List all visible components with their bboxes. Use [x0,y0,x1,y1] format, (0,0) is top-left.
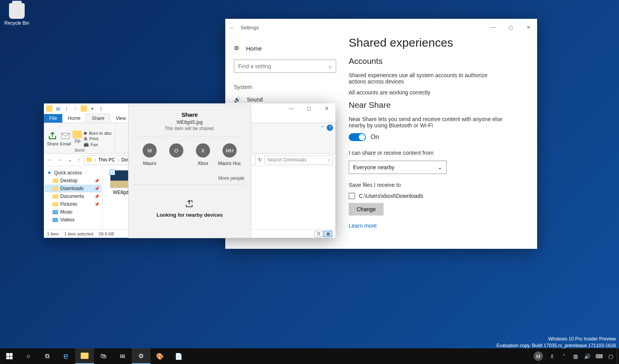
view-details-button[interactable]: ☰ [314,231,323,237]
nav-recent[interactable]: ⌄ [67,157,74,163]
close-button[interactable]: ✕ [519,22,537,33]
settings-search[interactable]: ⌕ [234,60,336,73]
email-label: Email [60,141,71,146]
learn-more-link[interactable]: Learn more [349,223,533,229]
maximize-button[interactable]: ▢ [502,22,519,33]
nav-forward[interactable]: → [56,157,64,163]
tree-music[interactable]: Music [45,208,101,216]
start-button[interactable] [0,348,19,364]
qat-icon[interactable]: ▤ [55,105,61,112]
show-desktop[interactable] [617,348,619,364]
nav-back[interactable]: ← [46,157,54,163]
recycle-bin[interactable]: Recycle Bin [3,3,31,26]
ribbon-collapse-icon[interactable]: ⌃ [320,125,324,130]
contact-item[interactable]: XXbox [190,143,216,166]
toggle-state: On [371,134,379,141]
tab-file[interactable]: File [44,114,62,123]
tree-downloads[interactable]: Downloads📌 [45,185,101,192]
help-icon[interactable]: ? [327,125,333,131]
page-title: Shared experiences [349,36,533,49]
settings-content: Shared experiences Accounts Shared exper… [345,36,537,249]
accounts-desc: Shared experiences use all system accoun… [349,72,505,85]
tray-overflow[interactable]: ˄ [558,348,570,364]
search-icon: ⌕ [329,63,332,69]
nearby-devices-area: Looking for nearby devices [135,185,244,232]
taskbar-explorer[interactable] [75,348,94,364]
ribbon-print-button[interactable]: 🖶Print [83,136,112,141]
minimize-button[interactable]: — [484,22,502,33]
accounts-heading: Accounts [349,56,533,66]
tray-volume-icon[interactable]: 🔊 [581,348,593,364]
taskbar-mail[interactable]: ✉ [113,348,132,364]
ribbon-burn-button[interactable]: ◉Burn to disc [83,130,112,136]
tab-home[interactable]: Home [62,114,86,123]
tray-people[interactable]: ⫕ [546,348,558,364]
taskbar-edge[interactable]: e [56,348,75,364]
taskbar-notepad[interactable]: 📄 [169,348,188,364]
taskbar-settings[interactable]: ⚙ [132,348,150,364]
tab-share[interactable]: Share [86,114,110,123]
contact-item[interactable]: O [163,143,190,166]
tree-desktop[interactable]: Desktop📌 [45,177,101,185]
maximize-button[interactable]: ▢ [300,103,318,114]
fax-icon: 📠 [83,142,89,147]
toggle-switch[interactable] [349,133,366,141]
avatar: X [196,143,210,158]
taskbar-paint[interactable]: 🎨 [150,348,169,364]
qat-check-icon[interactable]: ✓ [72,105,78,112]
tray-notifications[interactable]: ▢ [605,348,617,364]
tree-videos[interactable]: Videos [45,216,101,224]
explorer-search[interactable]: Search Downloads ⌕ [264,155,333,165]
settings-titlebar[interactable]: ← Settings — ▢ ✕ [225,19,537,36]
contact-name: Mauro [143,161,156,166]
folder-icon [81,105,87,112]
save-files-label: Save files I receive to [349,182,505,188]
near-share-desc: Near Share lets you send and receive con… [349,116,505,129]
sidebar-home[interactable]: ⚙ Home [234,45,336,52]
avatar: M [143,143,157,158]
ribbon-fax-button[interactable]: 📠Fax [83,142,112,147]
tray-network-icon[interactable]: ▥ [570,348,581,364]
file-checkbox[interactable]: ✓ [110,170,115,175]
tray-keyboard-icon[interactable]: ⌨ [593,348,605,364]
contact-item[interactable]: MHMauro Huc [216,143,243,166]
tree-documents[interactable]: Documents📌 [45,192,101,200]
task-view-button[interactable]: ⧉ [38,348,56,364]
close-button[interactable]: ✕ [318,103,335,114]
qat-dropdown[interactable]: ▾ [89,105,96,112]
search-input[interactable] [238,63,329,69]
contact-item[interactable]: MMauro [136,143,163,166]
crumb-this-pc[interactable]: This PC [98,157,115,163]
nav-up[interactable]: ↑ [76,157,81,163]
share-from-select[interactable]: Everyone nearby ⌄ [349,161,447,174]
accounts-status: All accounts are working correctly [349,89,505,96]
share-label: Share [47,141,58,146]
ribbon-email-button[interactable]: Email [60,130,71,147]
share-from-value: Everyone nearby [353,164,395,170]
more-people-link[interactable]: More people [135,176,244,185]
search-placeholder: Search Downloads [267,157,307,163]
tray-user[interactable]: M [534,351,543,361]
view-icons-button[interactable]: ▦ [324,231,332,237]
folder-icon [87,158,92,162]
folder-icon [81,353,89,359]
ribbon-zip-button[interactable]: Zip [72,130,82,147]
change-button[interactable]: Change [349,203,384,216]
ribbon-share-button[interactable]: Share [47,130,58,147]
minimize-button[interactable]: — [282,103,300,114]
back-button[interactable]: ← [229,25,234,31]
status-selected: 1 item selected [64,232,93,236]
tree-quick-access[interactable]: ★Quick access [45,168,101,177]
near-share-toggle[interactable]: On [349,133,533,141]
looking-label: Looking for nearby devices [156,212,223,218]
sidebar-category: System [234,84,336,90]
search-icon: ⌕ [328,157,330,163]
taskbar-store[interactable]: 🛍 [94,348,113,364]
zip-icon [72,130,82,138]
share-from-label: I can share or receive content from [349,150,505,156]
status-size: 28.9 KB [99,232,114,236]
cortana-button[interactable]: ○ [19,348,38,364]
share-subtitle: This item will be shared. [135,126,244,131]
tree-pictures[interactable]: Pictures📌 [45,200,101,208]
refresh-button[interactable]: ↻ [258,157,262,163]
